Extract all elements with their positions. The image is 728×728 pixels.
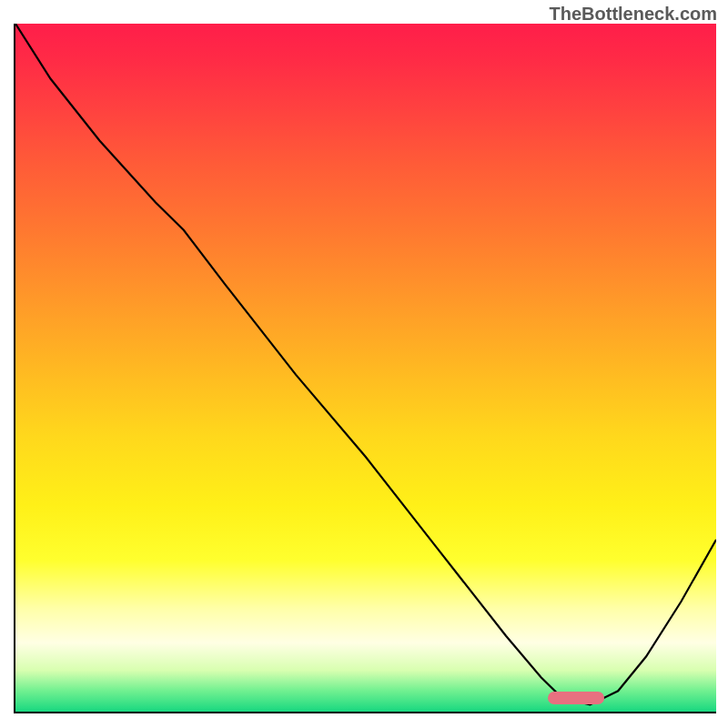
watermark-text: TheBottleneck.com [550,4,717,25]
chart-svg [15,24,716,712]
chart-plot-area [14,24,716,713]
bottleneck-curve-line [15,24,716,704]
optimal-range-marker [548,692,604,704]
